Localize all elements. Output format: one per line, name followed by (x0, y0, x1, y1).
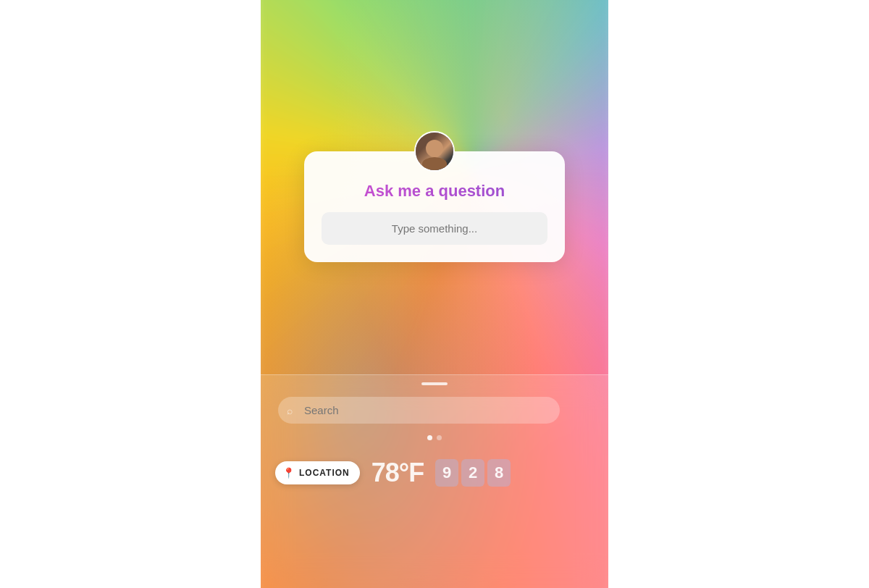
search-input[interactable] (278, 397, 560, 424)
time-digit-8: 8 (487, 459, 511, 487)
qa-card-wrapper: Ask me a question (304, 151, 565, 262)
top-section: Ask me a question (261, 0, 608, 384)
location-pin-icon: 📍 (282, 467, 295, 479)
pagination-dots (427, 435, 442, 440)
time-sticker[interactable]: 9 2 8 (435, 459, 511, 487)
bottom-tray: ⌕ 📍 LOCATION 78°F 9 2 (261, 374, 608, 588)
sticker-row: 📍 LOCATION 78°F 9 2 8 (261, 458, 608, 488)
qa-input[interactable] (322, 212, 547, 245)
dot-2 (437, 435, 442, 440)
dot-1 (427, 435, 432, 440)
avatar (414, 131, 455, 172)
search-wrapper: ⌕ (278, 397, 591, 424)
right-whitespace (608, 0, 869, 588)
temperature-sticker[interactable]: 78°F (371, 458, 424, 488)
location-label: LOCATION (299, 468, 350, 478)
time-digit-2: 2 (461, 459, 484, 487)
avatar-face (416, 133, 453, 170)
left-whitespace (0, 0, 261, 588)
phone-frame: Ask me a question ⌕ 📍 LOCATION 78°F (261, 0, 608, 588)
location-sticker[interactable]: 📍 LOCATION (275, 461, 360, 484)
qa-card-title: Ask me a question (364, 182, 505, 201)
time-digit-9: 9 (435, 459, 458, 487)
drag-handle[interactable] (421, 382, 448, 385)
